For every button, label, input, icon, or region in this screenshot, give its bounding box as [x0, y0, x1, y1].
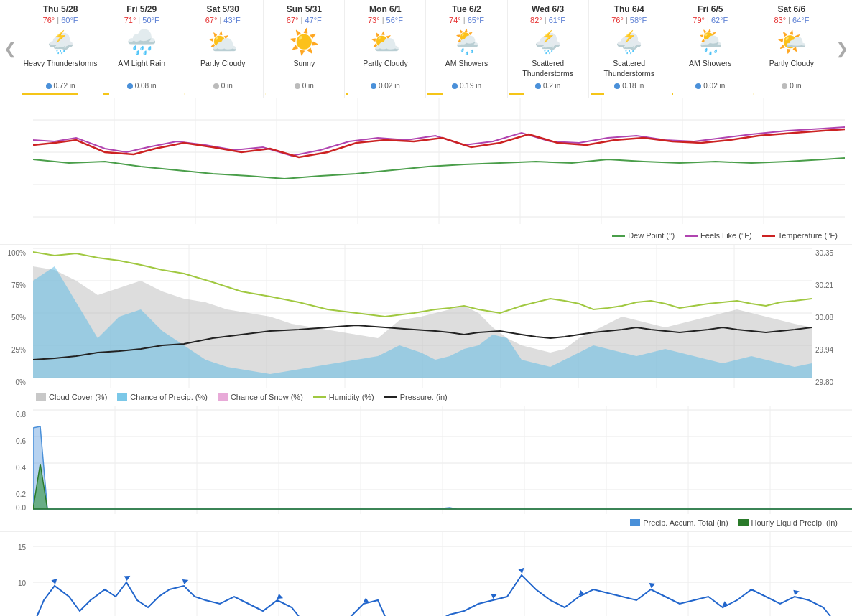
day-desc-6: Scattered Thunderstorms — [509, 59, 587, 79]
legend-chancesnow: Chance of Snow (%) — [218, 393, 303, 401]
prev-arrow[interactable]: ❮ — [0, 0, 20, 98]
svg-text:50%: 50% — [11, 314, 26, 322]
legend-accum: Precip. Accum. Total (in) — [630, 518, 728, 527]
temperature-chart-section: 80 F 60 F 40 F Dew Point (°) Feels Like … — [0, 98, 852, 245]
precip-bar-3 — [265, 93, 266, 95]
day-temps-5: 74° | 65°F — [427, 16, 505, 24]
day-icon-9: 🌤️ — [753, 27, 830, 56]
svg-text:75%: 75% — [11, 281, 26, 289]
day-icon-3: ☀️ — [265, 27, 343, 56]
day-precip-3: 0 in — [265, 82, 343, 90]
day-col-6: Wed 6/3 82° | 61°F ☁️⚡🌧️ Scattered Thund… — [508, 0, 589, 98]
next-arrow[interactable]: ❯ — [832, 0, 852, 98]
day-name-0: Thu 5/28 — [22, 4, 99, 14]
day-icon-0: ☁️⚡🌧️ — [22, 27, 99, 56]
precip-y-left: 100% 75% 50% 25% 0% — [0, 245, 33, 388]
day-col-3: Sun 5/31 67° | 47°F ☀️ Sunny 0 in — [264, 0, 345, 98]
day-desc-4: Partly Cloudy — [346, 59, 424, 79]
day-precip-9: 0 in — [753, 82, 830, 90]
day-col-9: Sat 6/6 83° | 64°F 🌤️ Partly Cloudy 0 in — [751, 0, 832, 98]
day-col-7: Thu 6/4 76° | 58°F ☁️⚡🌧️ Scattered Thund… — [589, 0, 670, 98]
precip-bar-8 — [672, 93, 673, 95]
svg-text:0.8: 0.8 — [16, 411, 26, 419]
legend-pressure: Pressure. (in) — [384, 393, 448, 401]
temp-chart-legend: Dew Point (°) Feels Like (°F) Temperatur… — [0, 227, 852, 244]
day-precip-0: 0.72 in — [22, 82, 99, 90]
precip-chart-legend: Cloud Cover (%) Chance of Precip. (%) Ch… — [0, 388, 852, 406]
svg-text:15: 15 — [18, 543, 27, 551]
day-temps-8: 79° | 62°F — [672, 16, 749, 24]
day-desc-9: Partly Cloudy — [753, 59, 830, 79]
day-name-3: Sun 5/31 — [265, 4, 343, 14]
day-name-2: Sat 5/30 — [184, 4, 261, 14]
day-desc-0: Heavy Thunderstorms — [22, 59, 99, 79]
svg-text:100%: 100% — [7, 249, 26, 257]
precip-bar-1 — [103, 93, 109, 95]
day-temps-0: 76° | 60°F — [22, 16, 99, 24]
day-desc-1: AM Light Rain — [103, 59, 180, 79]
day-precip-4: 0.02 in — [346, 82, 424, 90]
precip-y-right: 30.35 30.21 30.08 29.94 29.80 — [812, 245, 852, 388]
day-temps-3: 67° | 47°F — [265, 16, 343, 24]
svg-text:0.2: 0.2 — [16, 490, 26, 498]
temperature-chart: 80 F 60 F 40 F — [33, 98, 845, 224]
day-precip-8: 0.02 in — [672, 82, 749, 90]
day-precip-6: 0.2 in — [509, 82, 587, 90]
day-precip-2: 0 in — [184, 82, 261, 90]
day-temps-7: 76° | 58°F — [591, 16, 668, 24]
day-desc-8: AM Showers — [672, 59, 749, 79]
svg-text:▶: ▶ — [124, 571, 132, 582]
day-temps-2: 67° | 43°F — [184, 16, 261, 24]
svg-text:10: 10 — [18, 579, 27, 587]
svg-text:0.0: 0.0 — [16, 504, 26, 512]
day-name-5: Tue 6/2 — [427, 4, 505, 14]
day-desc-5: AM Showers — [427, 59, 505, 79]
day-col-2: Sat 5/30 67° | 43°F ⛅ Partly Cloudy 0 in — [182, 0, 264, 98]
day-temps-4: 73° | 56°F — [346, 16, 424, 24]
precip-bar-2 — [184, 93, 185, 95]
svg-text:▶: ▶ — [490, 589, 499, 599]
day-precip-1: 0.08 in — [103, 82, 180, 90]
svg-text:25%: 25% — [11, 346, 26, 354]
legend-dewpoint: Dew Point (°) — [612, 231, 675, 240]
day-name-6: Wed 6/3 — [509, 4, 587, 14]
accum-chart — [33, 406, 852, 514]
day-desc-2: Partly Cloudy — [184, 59, 261, 79]
day-col-1: Fri 5/29 71° | 50°F 🌧️ AM Light Rain 0.0… — [101, 0, 182, 98]
day-col-0: Thu 5/28 76° | 60°F ☁️⚡🌧️ Heavy Thunders… — [20, 0, 101, 98]
day-name-8: Fri 6/5 — [672, 4, 749, 14]
day-icon-5: 🌦️ — [427, 27, 505, 56]
svg-text:0.6: 0.6 — [16, 437, 26, 445]
day-col-5: Tue 6/2 74° | 65°F 🌦️ AM Showers 0.19 in — [426, 0, 507, 98]
day-icon-1: 🌧️ — [103, 27, 180, 56]
day-icon-6: ☁️⚡🌧️ — [509, 27, 587, 56]
day-temps-6: 82° | 61°F — [509, 16, 587, 24]
legend-temperature: Temperature (°F) — [762, 231, 838, 240]
day-col-4: Mon 6/1 73° | 56°F ⛅ Partly Cloudy 0.02 … — [345, 0, 426, 98]
svg-text:▶: ▶ — [50, 575, 60, 584]
precip-bar-5 — [427, 93, 443, 95]
legend-humidity: Humidity (%) — [313, 393, 374, 401]
legend-cloudcover: Cloud Cover (%) — [36, 393, 107, 401]
svg-text:30.08: 30.08 — [815, 314, 833, 322]
svg-text:▶: ▶ — [182, 576, 190, 585]
legend-chanceprecip: Chance of Precip. (%) — [117, 393, 208, 401]
wind-chart: ▶ ▶ ▶ ▶ ▶ ▶ ▶ ▶ ▶ ▶ ▶ ▶ ▶ — [33, 532, 852, 616]
svg-text:30.35: 30.35 — [815, 249, 833, 257]
legend-feelslike: Feels Like (°F) — [685, 231, 752, 240]
legend-hourlyliquid: Hourly Liquid Precip. (in) — [738, 518, 838, 527]
wind-chart-section: 15 10 5 0 ▶ ▶ ▶ ▶ ▶ — [0, 532, 852, 616]
day-icon-7: ☁️⚡🌧️ — [591, 27, 668, 56]
weather-header: ❮ Thu 5/28 76° | 60°F ☁️⚡🌧️ Heavy Thunde… — [0, 0, 852, 98]
day-precip-7: 0.18 in — [591, 82, 668, 90]
day-icon-8: 🌦️ — [672, 27, 749, 56]
day-temps-9: 83° | 64°F — [753, 16, 830, 24]
accum-chart-section: 0.8 0.6 0.4 0.2 0.0 — [0, 406, 852, 532]
svg-text:29.80: 29.80 — [815, 378, 833, 386]
day-name-4: Mon 6/1 — [346, 4, 424, 14]
day-desc-3: Sunny — [265, 59, 343, 79]
precip-chart-section: 100% 75% 50% 25% 0% — [0, 245, 852, 406]
day-name-7: Thu 6/4 — [591, 4, 668, 14]
svg-text:0.4: 0.4 — [16, 464, 26, 472]
accum-y-left: 0.8 0.6 0.4 0.2 0.0 — [0, 406, 33, 514]
